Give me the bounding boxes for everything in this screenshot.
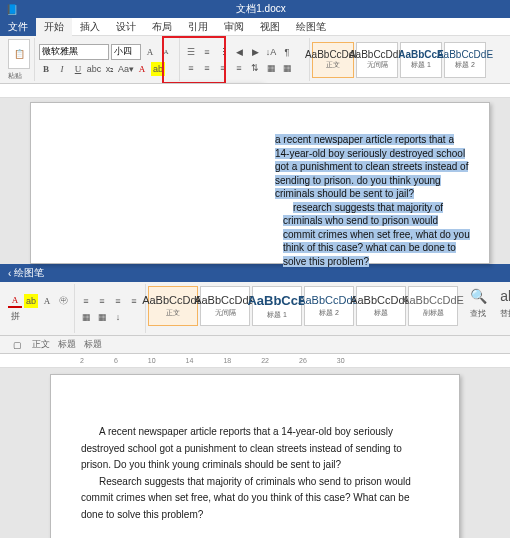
word-icon: 📘 [6, 4, 18, 15]
replace-icon: ab [496, 286, 510, 306]
border-icon-2[interactable]: ▦ [79, 310, 93, 324]
ribbon-bottom: A ab A ㊥ 拼 ≡ ≡ ≡ ≡ ▦ ▦ ↓ AaBbCcDdE正文 [0, 282, 510, 336]
border-icon[interactable]: ▦ [280, 61, 294, 75]
para-1-line-1[interactable]: A recent newspaper article reports that … [81, 425, 429, 440]
paste-button[interactable]: 📋 [8, 39, 30, 69]
dec-indent-icon[interactable]: ◀ [232, 45, 246, 59]
asian-icon[interactable]: 拼 [8, 310, 22, 324]
sec-item-2[interactable]: 标题 [58, 338, 76, 351]
font-size-select[interactable] [111, 44, 141, 60]
document-area-bottom[interactable]: A recent newspaper article reports that … [0, 368, 510, 538]
style2-title[interactable]: AaBbCcDdE标题 [356, 286, 406, 326]
page-bottom[interactable]: A recent newspaper article reports that … [50, 374, 460, 538]
h-ruler-top [0, 84, 510, 98]
style-h2[interactable]: AaBbCcDdE标题 2 [444, 42, 486, 78]
main-tabs: 文件 开始 插入 设计 布局 引用 审阅 视图 绘图笔 [0, 18, 510, 36]
para-2-line-2[interactable]: commit crimes when set free, what do you… [81, 491, 429, 506]
style-nospace[interactable]: AaBbCcDdE无间隔 [356, 42, 398, 78]
tab-layout[interactable]: 布局 [144, 18, 180, 36]
enclose-icon[interactable]: ㊥ [56, 294, 70, 308]
page-top[interactable]: a recent newspaper article reports that … [30, 102, 490, 264]
font-color-icon[interactable]: A [135, 62, 149, 76]
document-area-top[interactable]: a recent newspaper article reports that … [0, 98, 510, 264]
char-border-icon[interactable]: A [40, 294, 54, 308]
styles-group: AaBbCcDdE正文 AaBbCcDdE无间隔 AaBbCcE标题 1 AaB… [310, 38, 488, 81]
sec-item-1[interactable]: 正文 [32, 338, 50, 351]
font-name-select[interactable] [39, 44, 109, 60]
underline-icon[interactable]: U [71, 62, 85, 76]
italic-icon[interactable]: I [55, 62, 69, 76]
strike-icon[interactable]: abc [87, 62, 101, 76]
para-2-line-3[interactable]: done to solve this problem? [81, 508, 429, 523]
style-normal[interactable]: AaBbCcDdE正文 [312, 42, 354, 78]
sort-icon-2[interactable]: ↓ [111, 310, 125, 324]
shading-icon-2[interactable]: ▦ [95, 310, 109, 324]
align-center-icon-2[interactable]: ≡ [95, 294, 109, 308]
change-case-icon[interactable]: Aa▾ [119, 62, 133, 76]
red-highlight-box [162, 36, 226, 84]
sec-item-3[interactable]: 标题 [84, 338, 102, 351]
replace-button[interactable]: ab 替换 [496, 286, 510, 331]
grow-font-icon[interactable]: A [143, 45, 157, 59]
line-spacing-icon[interactable]: ⇅ [248, 61, 262, 75]
align-right-icon-2[interactable]: ≡ [111, 294, 125, 308]
style2-subtitle[interactable]: AaBbCcDdE副标题 [408, 286, 458, 326]
font-group: A A B I U abc x₂ Aa▾ A ab [35, 38, 180, 81]
shading-icon[interactable]: ▦ [264, 61, 278, 75]
style-h1[interactable]: AaBbCcE标题 1 [400, 42, 442, 78]
tab-design[interactable]: 设计 [108, 18, 144, 36]
find-button[interactable]: 🔍 查找 [466, 286, 490, 331]
para-1-line-2[interactable]: destroyed school got a punishment to cle… [81, 442, 429, 457]
font-group-2: A ab A ㊥ 拼 [4, 284, 75, 333]
paste-label: 粘贴 [8, 71, 30, 81]
chevron-left-icon[interactable]: ‹ [8, 268, 11, 279]
style2-h2[interactable]: AaBbCcDdE标题 2 [304, 286, 354, 326]
tab-refs[interactable]: 引用 [180, 18, 216, 36]
justify-icon-2[interactable]: ≡ [127, 294, 141, 308]
subscript-icon[interactable]: x₂ [103, 62, 117, 76]
para-2-line-1[interactable]: Research suggests that majority of crimi… [81, 475, 429, 490]
style2-normal[interactable]: AaBbCcDdE正文 [148, 286, 198, 326]
new-doc-icon[interactable]: ▢ [10, 338, 24, 352]
tab-view[interactable]: 视图 [252, 18, 288, 36]
window-title: 文档1.docx [18, 2, 504, 16]
tab-file[interactable]: 文件 [0, 18, 36, 36]
para-group-2: ≡ ≡ ≡ ≡ ▦ ▦ ↓ [75, 284, 146, 333]
ribbon: 📋 粘贴 A A B I U abc x₂ Aa▾ A ab ☰ [0, 36, 510, 84]
h-ruler-bottom: 2 6 10 14 18 22 26 30 [0, 354, 510, 368]
style2-nospace[interactable]: AaBbCcDdE无间隔 [200, 286, 250, 326]
tab-review[interactable]: 审阅 [216, 18, 252, 36]
tab-home[interactable]: 开始 [36, 18, 72, 36]
justify-icon[interactable]: ≡ [232, 61, 246, 75]
binoculars-icon: 🔍 [466, 286, 490, 306]
para-1-line-3[interactable]: prison. Do you think young criminals sho… [81, 458, 429, 473]
secondary-tabs: ▢ 正文 标题 标题 [0, 336, 510, 354]
selected-para-1[interactable]: a recent newspaper article reports that … [275, 134, 468, 199]
highlight-icon-2[interactable]: ab [24, 294, 38, 308]
styles-group-2: AaBbCcDdE正文 AaBbCcDdE无间隔 AaBbCcE标题 1 AaB… [146, 284, 460, 333]
editing-group: 🔍 查找 ab 替换 ↖ 选择 [460, 284, 510, 333]
tab-insert[interactable]: 插入 [72, 18, 108, 36]
selected-para-2[interactable]: research suggests that majority of crimi… [283, 202, 470, 267]
show-marks-icon[interactable]: ¶ [280, 45, 294, 59]
sort-icon[interactable]: ↓A [264, 45, 278, 59]
tab-draw[interactable]: 绘图笔 [288, 18, 334, 36]
clipboard-group: 📋 粘贴 [4, 38, 35, 81]
align-left-icon-2[interactable]: ≡ [79, 294, 93, 308]
font-color-icon-2[interactable]: A [8, 294, 22, 308]
bottom-tab-label: 绘图笔 [14, 266, 44, 280]
style2-h1[interactable]: AaBbCcE标题 1 [252, 286, 302, 326]
bold-icon[interactable]: B [39, 62, 53, 76]
titlebar: 📘 文档1.docx [0, 0, 510, 18]
inc-indent-icon[interactable]: ▶ [248, 45, 262, 59]
